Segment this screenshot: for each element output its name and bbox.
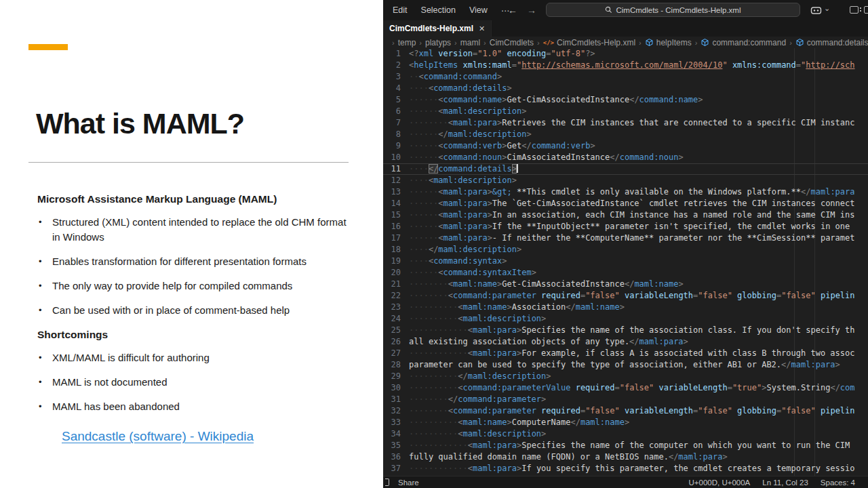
line-content: parameter can be used to specify the typ…: [401, 359, 868, 371]
status-indentation[interactable]: Spaces: 4: [814, 479, 861, 487]
code-line[interactable]: 16······<maml:para>If the **InputObject*…: [383, 221, 868, 232]
code-line[interactable]: 3··<command:command>: [383, 71, 868, 83]
close-icon[interactable]: ✕: [479, 24, 485, 33]
line-number: 30: [383, 382, 401, 394]
status-bar: Share U+000D, U+000A Ln 11, Col 23 Space…: [383, 476, 868, 488]
bullet-list: XML/MAML is difficult for authoringMAML …: [37, 350, 351, 414]
code-line[interactable]: 13······<maml:para>&gt; **This cmdlet is…: [383, 186, 868, 198]
code-line[interactable]: 35············<maml:para>Specifies the n…: [383, 440, 868, 451]
breadcrumb-item[interactable]: temp: [398, 38, 416, 47]
code-line[interactable]: 2<helpItems xmlns:maml="http://schemas.m…: [383, 60, 868, 71]
line-content: ······<maml:para>- If neither the **Comp…: [401, 232, 868, 244]
breadcrumb-item[interactable]: platyps: [425, 38, 451, 47]
code-line[interactable]: 17······<maml:para>- If neither the **Co…: [383, 232, 868, 244]
breadcrumb-item[interactable]: helpItems: [645, 38, 692, 47]
code-line[interactable]: 21········<maml:name>Get-CimAssociatedIn…: [383, 279, 868, 290]
code-line[interactable]: 29··········</maml:description>: [383, 371, 868, 382]
breadcrumb-item[interactable]: maml: [460, 38, 480, 47]
line-content: ··········<command:parameterValue requir…: [401, 382, 868, 394]
line-content: ······<maml:para>In an association, each…: [401, 209, 868, 221]
code-line[interactable]: 36fully qualified domain name (FQDN) or …: [383, 451, 868, 463]
bullet-item: MAML is not documented: [52, 375, 351, 390]
line-number: 3: [383, 71, 401, 83]
line-content: ··········<maml:description>: [401, 428, 868, 440]
breadcrumb-item[interactable]: command:details: [795, 38, 868, 47]
line-number: 11: [383, 163, 401, 175]
status-cursor-position[interactable]: Ln 11, Col 23: [756, 479, 814, 487]
code-line[interactable]: 10······<command:noun>CimAssociatedInsta…: [383, 152, 868, 163]
breadcrumb: ›temp›platyps›maml›CimCmdlets›</>CimCmdl…: [389, 37, 868, 48]
line-content: ····</command:details>: [401, 163, 868, 175]
code-line[interactable]: 18····</maml:description>: [383, 244, 868, 256]
copilot-icon[interactable]: [810, 5, 822, 16]
code-line[interactable]: 28parameter can be used to specify the t…: [383, 359, 868, 371]
forward-button[interactable]: →: [527, 0, 536, 20]
menu-item-selection[interactable]: Selection: [414, 5, 462, 15]
code-line[interactable]: 31········</command:parameter>: [383, 394, 868, 405]
line-number: 27: [383, 348, 401, 359]
line-content: ········</command:parameter>: [401, 394, 868, 405]
code-line[interactable]: 19····<command:syntax>: [383, 256, 868, 267]
breadcrumb-label: CimCmdlets-Help.xml: [557, 38, 635, 47]
code-line[interactable]: 27············<maml:para>For example, if…: [383, 348, 868, 359]
menu-bar: EditSelectionView⋯: [386, 0, 516, 20]
code-line[interactable]: 12····<maml:description>: [383, 175, 868, 186]
code-line[interactable]: 34··········<maml:description>: [383, 428, 868, 440]
code-line[interactable]: 24··········<maml:description>: [383, 313, 868, 325]
code-line[interactable]: 4····<command:details>: [383, 83, 868, 94]
code-line[interactable]: 8······</maml:description>: [383, 129, 868, 140]
code-line[interactable]: 14······<maml:para>The `Get-CimAssociate…: [383, 198, 868, 209]
line-number: 29: [383, 371, 401, 382]
code-line[interactable]: 9······<command:verb>Get</command:verb>: [383, 140, 868, 152]
code-line[interactable]: 1<?xml version="1.0" encoding="utf-8"?>: [383, 48, 868, 60]
line-content: ··········</maml:description>: [401, 371, 868, 382]
code-line[interactable]: 32········<command:parameter required="f…: [383, 405, 868, 417]
breadcrumb-item[interactable]: </>CimCmdlets-Help.xml: [543, 38, 635, 47]
panel-icon[interactable]: [864, 6, 868, 14]
back-button[interactable]: ←: [508, 0, 517, 20]
code-line[interactable]: 5······<command:name>Get-CimAssociatedIn…: [383, 94, 868, 106]
tab-bar: CimCmdlets-Help.xml ✕: [383, 20, 868, 37]
code-line[interactable]: 11····</command:details>: [383, 163, 868, 175]
code-line[interactable]: 37············<maml:para>If you specify …: [383, 463, 868, 474]
line-content: ········<maml:name>Get-CimAssociatedInst…: [401, 279, 868, 290]
breadcrumb-separator: ›: [639, 39, 642, 47]
line-content: ······<command:verb>Get</command:verb>: [401, 140, 868, 152]
code-line[interactable]: 22········<command:parameter required="f…: [383, 290, 868, 302]
breadcrumb-item[interactable]: command:command: [701, 38, 786, 47]
symbol-namespace-icon: [701, 38, 709, 47]
line-number: 6: [383, 106, 401, 117]
line-content: ··········<maml:name>ComputerName</maml:…: [401, 417, 868, 428]
wikipedia-link[interactable]: Sandcastle (software) - Wikipedia: [62, 429, 254, 444]
code-line[interactable]: 33··········<maml:name>ComputerName</mam…: [383, 417, 868, 428]
menu-item-view[interactable]: View: [462, 5, 494, 15]
code-line[interactable]: 25············<maml:para>Specifies the n…: [383, 325, 868, 336]
status-eol[interactable]: U+000D, U+000A: [682, 479, 756, 487]
code-line[interactable]: 30··········<command:parameterValue requ…: [383, 382, 868, 394]
code-line[interactable]: 23··········<maml:name>Association</maml…: [383, 302, 868, 313]
line-number: 34: [383, 428, 401, 440]
status-share[interactable]: Share: [392, 479, 425, 487]
line-content: ············<maml:para>If you specify th…: [401, 463, 868, 474]
code-editor[interactable]: 1<?xml version="1.0" encoding="utf-8"?>2…: [383, 48, 868, 476]
line-content: ······<maml:description>: [401, 106, 868, 117]
breadcrumb-item[interactable]: CimCmdlets: [490, 38, 534, 47]
line-number: 19: [383, 256, 401, 267]
line-number: 9: [383, 140, 401, 152]
code-line[interactable]: 26all existing association objects of an…: [383, 336, 868, 348]
command-center[interactable]: CimCmdlets - CimCmdlets-Help.xml: [546, 3, 800, 17]
title-bar: EditSelectionView⋯ ← → CimCmdlets - CimC…: [383, 0, 868, 20]
code-line[interactable]: 7········<maml:para>Retrieves the CIM in…: [383, 117, 868, 129]
line-number: 12: [383, 175, 401, 186]
code-line[interactable]: 20······<command:syntaxItem>: [383, 267, 868, 279]
line-number: 4: [383, 83, 401, 94]
chevron-down-icon[interactable]: ⌄: [824, 4, 830, 13]
bullet-item: Structured (XML) content intended to rep…: [52, 215, 351, 245]
code-line[interactable]: 6······<maml:description>: [383, 106, 868, 117]
breadcrumb-label: command:details: [807, 38, 868, 47]
code-line[interactable]: 15······<maml:para>In an association, ea…: [383, 209, 868, 221]
customize-layout-icon[interactable]: [850, 6, 859, 14]
menu-item-edit[interactable]: Edit: [386, 5, 414, 15]
slide-title: What is MAML?: [36, 107, 244, 140]
tab-cimcmdlets-help[interactable]: CimCmdlets-Help.xml ✕: [383, 20, 492, 37]
